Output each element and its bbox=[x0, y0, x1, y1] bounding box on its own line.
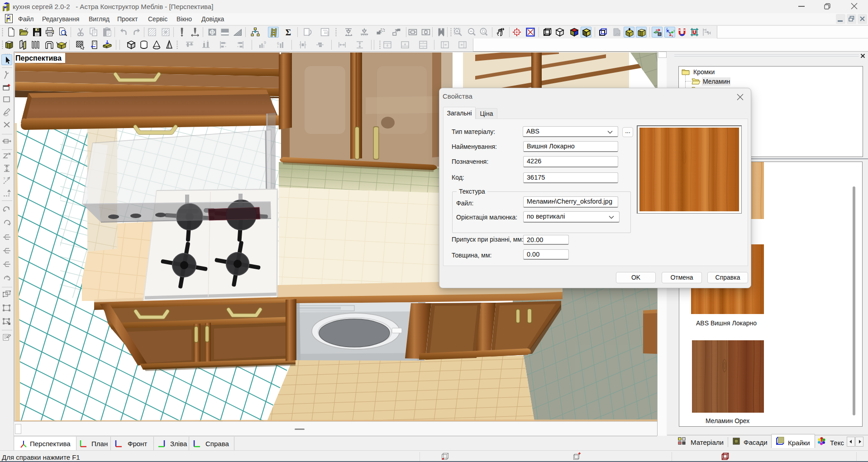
svg-text:9: 9 bbox=[264, 40, 266, 45]
svg-text:Σ: Σ bbox=[286, 28, 291, 37]
svg-text:Перспектива: Перспектива bbox=[15, 54, 62, 62]
svg-text:6: 6 bbox=[277, 41, 279, 46]
svg-text:?: ? bbox=[3, 176, 5, 181]
svg-text:y: y bbox=[673, 29, 675, 33]
svg-text:x: x bbox=[672, 34, 673, 38]
svg-text:z: z bbox=[666, 27, 668, 30]
